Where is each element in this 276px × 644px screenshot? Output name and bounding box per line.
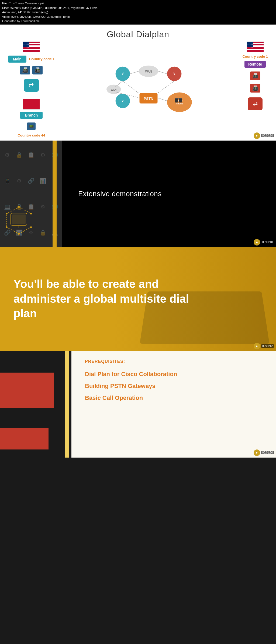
svg-text:WAN: WAN	[145, 70, 152, 73]
prereq-right-panel: PREREQUISITES: Dial Plan for Cisco Colla…	[71, 351, 276, 458]
file-info-line2: Size: 5607859 bytes (5.35 MiB), duration…	[2, 6, 274, 10]
slide2-timestamp: 00:00:48	[261, 240, 274, 244]
svg-rect-28	[12, 214, 26, 224]
robot-icon	[4, 206, 34, 235]
demo-left-panel: ⚙ 🔒 📋 ⚙ 🌐 📱 ⚙ 🔗 📊 ⚙ 💻 🔒 📋 ⚙ 🌐 🔗 📊 ⚙ 🔒	[0, 141, 62, 247]
demo-gold-bar	[53, 141, 57, 247]
flag-us-right	[247, 42, 264, 52]
svg-rect-25	[175, 98, 182, 99]
svg-line-15	[123, 81, 139, 93]
svg-text:V: V	[122, 72, 124, 75]
country-code-left-top: Country code 1	[29, 57, 55, 61]
right-device-2: 📠	[250, 84, 260, 93]
network-diagram: V V WAN V WAN PSTN	[97, 60, 200, 119]
device-icon-2: 📠	[32, 66, 43, 74]
main-row: Main Country code 1	[8, 56, 55, 63]
slide1-play-button[interactable]: ▶	[254, 132, 260, 139]
svg-point-33	[30, 226, 32, 228]
demo-right-panel: Extensive demonstrations	[62, 141, 276, 247]
slide1-timestamp-overlay[interactable]: ▶ 00:00:24	[254, 132, 274, 139]
prereq-item-2[interactable]: Building PSTN Gateways	[85, 383, 263, 390]
svg-line-20	[158, 71, 167, 74]
slide3-timestamp-overlay[interactable]: ▶ 00:01:12	[254, 343, 274, 349]
left-top-row	[23, 42, 40, 52]
prereq-gold-bar	[65, 351, 69, 458]
tech-icon-19: 🔒	[38, 221, 47, 244]
main-block: Main	[8, 56, 26, 63]
svg-point-34	[18, 233, 20, 235]
file-info-bar: File: 01 - Course Overview.mp4 Size: 560…	[0, 0, 276, 25]
dialplan-title: Global Dialplan	[0, 25, 276, 39]
right-router-icon: ⇄	[248, 97, 263, 110]
svg-text:V: V	[122, 99, 124, 103]
slide3-timestamp: 00:01:12	[261, 344, 274, 348]
country-code-left-bottom: Country code 44	[18, 133, 45, 137]
svg-line-21	[116, 81, 123, 87]
tech-icon-7: ⚙	[15, 169, 24, 192]
flag-uk	[23, 99, 40, 110]
slide3-play-button[interactable]: ▶	[254, 343, 260, 349]
slide-demo: ⚙ 🔒 📋 ⚙ 🌐 📱 ⚙ 🔗 📊 ⚙ 💻 🔒 📋 ⚙ 🌐 🔗 📊 ⚙ 🔒	[0, 141, 276, 247]
dialplan-right: Country code 1 Remote 📠 📠 ⇄	[242, 42, 268, 137]
prereq-item-1[interactable]: Dial Plan for Cisco Collaboration	[85, 371, 263, 378]
prereq-red-block-bottom	[0, 428, 49, 449]
branch-device-icon: 📟	[27, 122, 36, 130]
slide2-play-button[interactable]: ▶	[254, 239, 260, 246]
robot-container	[4, 206, 34, 236]
dialplan-left: Main Country code 1 📠 📠 ⇄ B	[8, 42, 55, 137]
prereq-left-panel	[0, 351, 71, 458]
branch-label-row: Branch	[20, 112, 43, 119]
svg-text:WAN: WAN	[111, 88, 116, 91]
prereq-red-block-top	[0, 373, 54, 408]
svg-point-31	[18, 206, 20, 208]
svg-text:PSTN: PSTN	[144, 97, 153, 101]
prereq-slide: PREREQUISITES: Dial Plan for Cisco Colla…	[0, 351, 276, 458]
tech-icon-1: ⚙	[3, 143, 12, 166]
flag-us-left	[23, 42, 40, 52]
svg-text:V: V	[173, 72, 175, 75]
tech-icon-4: ⚙	[38, 143, 47, 166]
tech-icon-6: 📱	[3, 169, 12, 192]
prerequisites-label: PREREQUISITES:	[85, 359, 263, 364]
file-info-line4: Video: h264, yuv420p, 1280x720, 30.00 fp…	[2, 15, 274, 19]
tech-icon-2: 🔒	[15, 143, 24, 166]
file-info-line3: Audio: aac, 44100 Hz, stereo (eng)	[2, 10, 274, 15]
demo-text: Extensive demonstrations	[78, 190, 162, 198]
slide-yellow: You'll be able to create and administer …	[0, 247, 276, 351]
device-icon-1: 📠	[20, 66, 30, 74]
svg-line-16	[157, 81, 174, 93]
svg-line-18	[157, 98, 167, 101]
demo-slide: ⚙ 🔒 📋 ⚙ 🌐 📱 ⚙ 🔗 📊 ⚙ 💻 🔒 📋 ⚙ 🌐 🔗 📊 ⚙ 🔒	[0, 141, 276, 247]
slide-dialplan: Global Dialplan Main Country code 1 📠	[0, 25, 276, 141]
left-devices-top: 📠 📠	[20, 66, 43, 74]
country-code-right-top: Country code 1	[242, 54, 268, 59]
dialplan-content: Main Country code 1 📠 📠 ⇄ B	[0, 39, 276, 139]
slide-yellow-section: You'll be able to create and administer …	[0, 247, 276, 351]
device-icon-right-1: 📠	[250, 71, 260, 80]
branch-device: 📟	[27, 122, 36, 130]
prereq-item-3[interactable]: Basic Call Operation	[85, 394, 263, 401]
tech-icon-8: 🔗	[26, 169, 36, 192]
slide-prereq: PREREQUISITES: Dial Plan for Cisco Colla…	[0, 351, 276, 458]
svg-text:Phone: Phone	[176, 102, 183, 105]
yellow-slide-text: You'll be able to create and administer …	[13, 277, 202, 321]
dialplan-slide-bg: Global Dialplan Main Country code 1 📠	[0, 25, 276, 141]
tech-icon-3: 📋	[26, 143, 36, 166]
dialplan-center: V V WAN V WAN PSTN	[55, 42, 243, 137]
device-icon-right-2: 📠	[250, 84, 260, 93]
slide4-play-button[interactable]: ▶	[254, 449, 260, 456]
svg-point-32	[30, 213, 32, 214]
file-info-line5: Generated by Thumbnail.me	[2, 19, 274, 23]
slide4-timestamp: 00:01:56	[261, 451, 274, 454]
tech-icon-9: 📊	[38, 169, 47, 192]
slide4-timestamp-overlay[interactable]: ▶ 00:01:56	[254, 449, 274, 456]
file-info-line1: File: 01 - Course Overview.mp4	[2, 1, 274, 6]
left-router-icon: ⇄	[24, 79, 39, 92]
svg-point-35	[6, 226, 8, 228]
slide1-timestamp: 00:00:24	[261, 134, 274, 137]
remote-label: Remote	[244, 61, 266, 68]
main-label: Main	[8, 56, 26, 63]
right-devices: 📠	[250, 71, 260, 80]
slide2-timestamp-overlay[interactable]: ▶ 00:00:48	[254, 239, 274, 246]
branch-row	[23, 99, 40, 110]
